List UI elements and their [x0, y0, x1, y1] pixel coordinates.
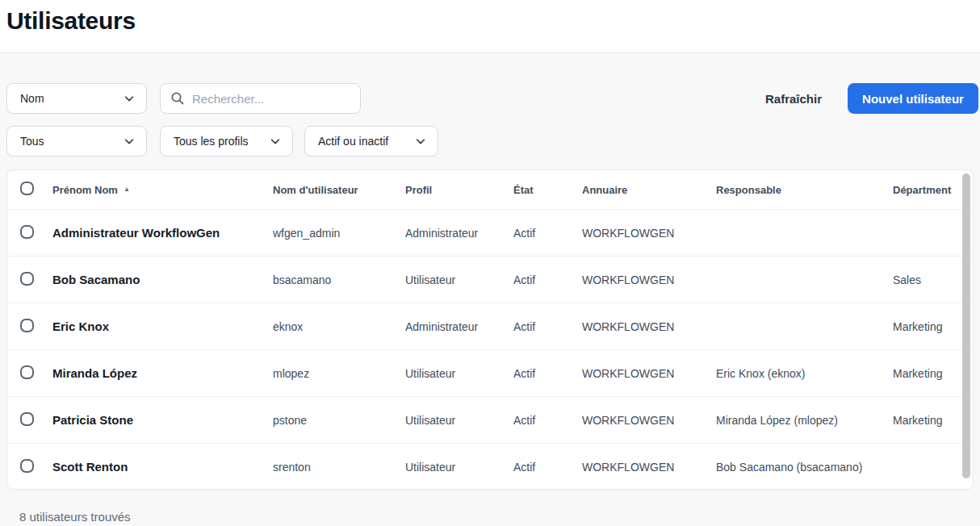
- row-checkbox[interactable]: [20, 412, 34, 426]
- cell-state: Actif: [513, 273, 582, 286]
- search-icon: [170, 91, 185, 106]
- cell-profile: Utilisateur: [405, 414, 513, 427]
- cell-username: eknox: [273, 320, 405, 333]
- chevron-down-icon: [415, 136, 426, 147]
- cell-username: srenton: [273, 461, 405, 474]
- cell-manager: Bob Sacamano (bsacamano): [716, 461, 893, 474]
- cell-department: Marketing: [893, 367, 957, 380]
- cell-state: Actif: [513, 461, 582, 474]
- select-all-checkbox[interactable]: [20, 182, 34, 195]
- chevron-down-icon: [124, 93, 135, 104]
- refresh-button[interactable]: Rafraîchir: [749, 83, 838, 114]
- cell-state: Actif: [513, 320, 582, 333]
- sort-asc-icon: ▲: [124, 186, 130, 193]
- cell-name: Patricia Stone: [52, 413, 273, 427]
- status-filter-value: Actif ou inactif: [318, 135, 388, 148]
- cell-department: Sales: [893, 273, 957, 286]
- cell-name: Administrateur WorkflowGen: [52, 226, 273, 240]
- column-header-manager[interactable]: Responsable: [716, 184, 893, 196]
- table-row[interactable]: Scott Renton srenton Utilisateur Actif W…: [7, 443, 973, 490]
- cell-profile: Utilisateur: [405, 367, 513, 380]
- row-checkbox[interactable]: [20, 225, 34, 239]
- directory-filter-value: Tous: [20, 135, 44, 148]
- users-table: Prénom Nom ▲ Nom d'utilisateur Profil Ét…: [6, 169, 974, 490]
- scrollbar-thumb[interactable]: [962, 173, 970, 478]
- cell-department: Marketing: [893, 320, 957, 333]
- cell-state: Actif: [513, 227, 582, 240]
- column-header-directory[interactable]: Annuaire: [582, 184, 716, 196]
- page-title: Utilisateurs: [6, 7, 136, 35]
- cell-profile: Utilisateur: [405, 461, 513, 474]
- cell-profile: Utilisateur: [405, 273, 513, 286]
- sort-field-select-value: Nom: [20, 92, 44, 105]
- cell-username: wfgen_admin: [273, 227, 405, 240]
- column-header-department[interactable]: Départment: [893, 184, 957, 196]
- cell-directory: WORKFLOWGEN: [582, 367, 716, 380]
- cell-name: Bob Sacamano: [52, 273, 273, 286]
- directory-filter-select[interactable]: Tous: [6, 126, 147, 157]
- cell-username: pstone: [273, 414, 405, 427]
- table-row[interactable]: Eric Knox eknox Administrateur Actif WOR…: [7, 303, 973, 349]
- cell-name: Scott Renton: [52, 460, 273, 474]
- table-row[interactable]: Bob Sacamano bsacamano Utilisateur Actif…: [7, 256, 973, 303]
- chevron-down-icon: [270, 136, 281, 147]
- profile-filter-value: Tous les profils: [174, 135, 249, 148]
- cell-manager: Eric Knox (eknox): [716, 367, 893, 380]
- search-input-container[interactable]: [160, 83, 361, 114]
- cell-name: Eric Knox: [52, 319, 273, 333]
- cell-directory: WORKFLOWGEN: [582, 273, 716, 286]
- row-checkbox[interactable]: [20, 459, 34, 473]
- cell-directory: WORKFLOWGEN: [582, 227, 716, 240]
- cell-manager: Miranda López (mlopez): [716, 414, 893, 427]
- column-header-username[interactable]: Nom d'utilisateur: [273, 184, 405, 196]
- status-filter-select[interactable]: Actif ou inactif: [304, 126, 438, 157]
- cell-profile: Administrateur: [405, 320, 513, 333]
- profile-filter-select[interactable]: Tous les profils: [160, 126, 293, 157]
- cell-directory: WORKFLOWGEN: [582, 414, 716, 427]
- column-header-name[interactable]: Prénom Nom ▲: [52, 184, 273, 196]
- column-header-profile[interactable]: Profil: [405, 184, 513, 196]
- table-row[interactable]: Miranda López mlopez Utilisateur Actif W…: [7, 349, 973, 396]
- chevron-down-icon: [124, 136, 135, 147]
- cell-directory: WORKFLOWGEN: [582, 461, 716, 474]
- cell-profile: Administrateur: [405, 227, 513, 240]
- table-header-row: Prénom Nom ▲ Nom d'utilisateur Profil Ét…: [7, 170, 973, 209]
- vertical-scrollbar[interactable]: [962, 172, 970, 489]
- search-input[interactable]: [192, 92, 353, 106]
- row-checkbox[interactable]: [20, 365, 34, 379]
- row-checkbox[interactable]: [20, 272, 34, 286]
- page-header: Utilisateurs: [0, 0, 980, 53]
- row-checkbox[interactable]: [20, 319, 34, 332]
- table-row[interactable]: Patricia Stone pstone Utilisateur Actif …: [7, 396, 973, 443]
- cell-username: mlopez: [273, 367, 405, 380]
- table-row[interactable]: Administrateur WorkflowGen wfgen_admin A…: [7, 209, 973, 256]
- new-user-button[interactable]: Nouvel utilisateur: [848, 83, 978, 114]
- cell-department: Marketing: [893, 414, 957, 427]
- cell-state: Actif: [513, 367, 582, 380]
- cell-directory: WORKFLOWGEN: [582, 320, 716, 333]
- result-count: 8 utilisateurs trouvés: [19, 510, 131, 524]
- sort-field-select[interactable]: Nom: [6, 83, 147, 114]
- column-header-state[interactable]: État: [513, 184, 582, 196]
- cell-username: bsacamano: [273, 273, 405, 286]
- cell-state: Actif: [513, 414, 582, 427]
- cell-name: Miranda López: [52, 366, 273, 380]
